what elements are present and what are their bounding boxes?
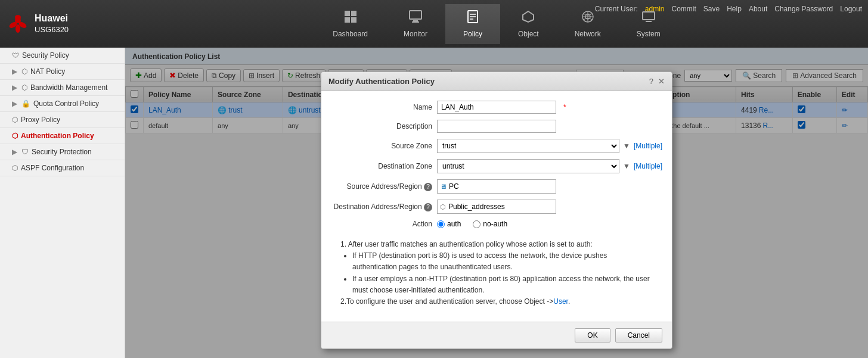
sidebar-item-bandwidth[interactable]: ▶ ⬡ Bandwidth Management [0,80,125,96]
svg-rect-9 [345,17,350,23]
modal-source-zone-select[interactable]: trust [437,139,619,153]
modal-body: Name * Description Source Zone [321,91,672,322]
info-bullet1: If HTTP (destination port is 80) is used… [352,250,653,273]
dest-addr-help-icon[interactable]: ? [424,203,432,211]
pc-icon: 🖥 [440,183,447,190]
modal-help-btn[interactable]: ? [649,77,653,86]
dest-addr-label: Destination Address/Region [334,203,422,211]
sidebar-item-auth-policy[interactable]: ⬡ Authentication Policy [0,128,125,144]
source-addr-field[interactable]: 🖥 PC [437,179,556,194]
user-link[interactable]: User [553,297,568,306]
sidebar-item-security-policy[interactable]: 🛡 Security Policy [0,48,125,64]
source-addr-row: Source Address/Region ? 🖥 PC [331,179,662,194]
modal-title: Modify Authentication Policy [328,77,435,86]
quota-icon: 🔒 [21,99,30,108]
source-zone-row: Source Zone trust ▼ [Multiple] [331,139,662,153]
current-user-value: admin [645,5,665,13]
dest-addr-value: Public_addresses [448,203,505,211]
addr-icon: ⬡ [440,203,446,211]
nav-monitor[interactable]: Monitor [386,4,445,44]
action-row: Action auth no-auth [331,220,662,228]
sidebar-item-nat-policy[interactable]: ▶ ⬡ NAT Policy [0,64,125,80]
sidebar-item-security-protection[interactable]: ▶ 🛡 Security Protection [0,144,125,160]
modify-auth-policy-modal: Modify Authentication Policy ? ✕ Name * [321,71,672,349]
expand-icon3: ▶ [12,99,17,108]
commit-btn[interactable]: Commit [671,5,696,13]
source-zone-label: Source Zone [331,142,432,150]
dest-zone-dropdown-icon: ▼ [623,162,630,170]
proxy-icon: ⬡ [12,116,18,124]
expand-icon4: ▶ [12,148,17,156]
svg-marker-18 [523,11,534,22]
svg-point-3 [16,15,20,23]
modal-footer: OK Cancel [321,322,672,348]
sidebar-item-quota[interactable]: ▶ 🔒 Quota Control Policy [0,96,125,112]
no-auth-radio[interactable] [473,220,480,228]
sidebar: 🛡 Security Policy ▶ ⬡ NAT Policy ▶ ⬡ Ban… [0,48,125,358]
nav-dashboard[interactable]: Dashboard [315,4,386,44]
svg-rect-11 [410,11,421,19]
source-zone-wrap: trust ▼ [Multiple] [437,139,662,153]
source-zone-multiple-link[interactable]: [Multiple] [634,142,662,150]
action-options: auth no-auth [437,220,507,228]
svg-point-6 [16,24,20,33]
name-input[interactable] [437,101,556,114]
auth-policy-icon: ⬡ [12,132,18,140]
sidebar-item-aspf[interactable]: ⬡ ASPF Configuration [0,160,125,176]
modal-header: Modify Authentication Policy ? ✕ [321,72,672,91]
svg-rect-24 [646,21,652,22]
source-zone-dropdown-icon: ▼ [623,142,630,150]
description-row: Description [331,120,662,133]
change-password-btn[interactable]: Change Password [774,5,833,13]
sidebar-item-proxy[interactable]: ⬡ Proxy Policy [0,112,125,128]
cancel-button[interactable]: Cancel [615,328,662,343]
monitor-icon [409,10,422,26]
nav-policy[interactable]: Policy [445,4,500,44]
policy-icon [466,10,479,26]
modal-overlay: Modify Authentication Policy ? ✕ Name * [125,48,868,358]
modal-dest-zone-select[interactable]: untrust [437,159,619,173]
dest-zone-wrap: untrust ▼ [Multiple] [437,159,662,173]
dest-addr-row: Destination Address/Region ? ⬡ Public_ad… [331,200,662,214]
modal-header-icons: ? ✕ [649,77,665,86]
description-label: Description [331,122,432,130]
svg-rect-13 [412,21,419,23]
about-btn[interactable]: About [749,5,767,13]
help-btn[interactable]: Help [727,5,742,13]
svg-rect-7 [345,11,350,16]
info-line1: 1. After user traffic matches an authent… [340,239,653,250]
dest-zone-multiple-link[interactable]: [Multiple] [634,162,662,170]
main-layout: 🛡 Security Policy ▶ ⬡ NAT Policy ▶ ⬡ Ban… [0,48,868,358]
expand-icon: ▶ [12,67,17,76]
dest-zone-label: Destination Zone [331,162,432,170]
logout-btn[interactable]: Logout [840,5,862,13]
top-navigation: Huawei USG6320 Dashboard Monitor Policy [0,0,868,48]
auth-radio[interactable] [437,220,445,228]
modal-close-btn[interactable]: ✕ [658,77,665,86]
auth-radio-label[interactable]: auth [437,220,461,228]
no-auth-radio-text: no-auth [483,220,507,228]
ok-button[interactable]: OK [575,328,610,343]
name-row: Name * [331,101,662,114]
security-policy-icon: 🛡 [12,51,19,60]
logo-area: Huawei USG6320 [6,13,131,35]
info-line2: 2.To configure the user and authenticati… [340,296,653,307]
source-addr-help-icon[interactable]: ? [424,183,432,191]
svg-rect-12 [413,20,418,21]
info-box: 1. After user traffic matches an authent… [331,234,662,312]
bandwidth-icon: ⬡ [21,83,27,92]
nat-policy-icon: ⬡ [21,67,27,76]
huawei-logo [6,13,30,35]
no-auth-radio-label[interactable]: no-auth [473,220,507,228]
svg-rect-10 [351,17,356,23]
security-protection-icon: 🛡 [21,148,29,156]
object-icon [522,10,535,26]
network-icon [581,10,594,26]
save-btn[interactable]: Save [703,5,720,13]
description-input[interactable] [437,120,556,133]
dest-addr-field[interactable]: ⬡ Public_addresses [437,200,556,214]
nav-object[interactable]: Object [500,4,557,44]
dashboard-icon [344,10,357,26]
auth-radio-text: auth [447,220,461,228]
source-addr-label: Source Address/Region [347,182,422,191]
